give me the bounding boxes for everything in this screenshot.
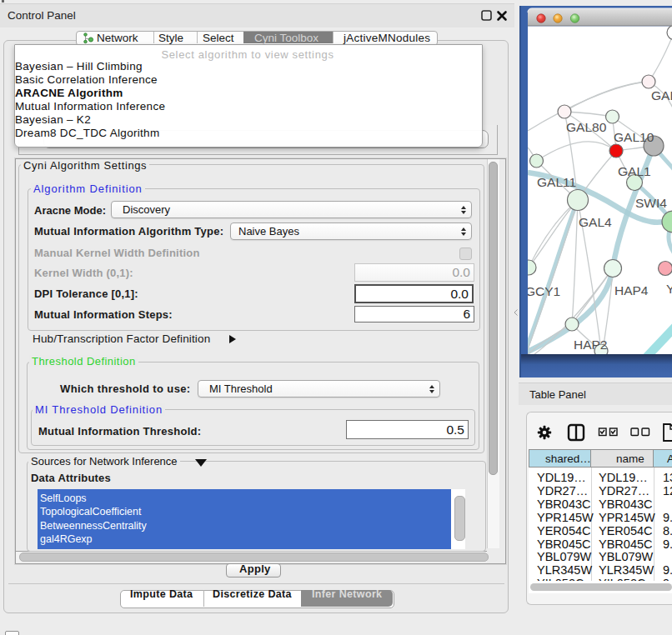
svg-text:GAL1: GAL1 bbox=[618, 164, 651, 178]
svg-text:GAL10: GAL10 bbox=[614, 130, 654, 144]
svg-text:GCY1: GCY1 bbox=[525, 284, 560, 298]
svg-text:GAL: GAL bbox=[651, 88, 672, 102]
svg-text:GAL80: GAL80 bbox=[566, 120, 607, 134]
svg-text:SWI4: SWI4 bbox=[635, 196, 667, 210]
svg-text:GAL4: GAL4 bbox=[579, 215, 612, 229]
svg-text:GAL11: GAL11 bbox=[537, 175, 576, 189]
svg-text:Y: Y bbox=[666, 282, 672, 296]
svg-text:HAP2: HAP2 bbox=[574, 338, 608, 352]
svg-text:HAP4: HAP4 bbox=[614, 283, 649, 298]
